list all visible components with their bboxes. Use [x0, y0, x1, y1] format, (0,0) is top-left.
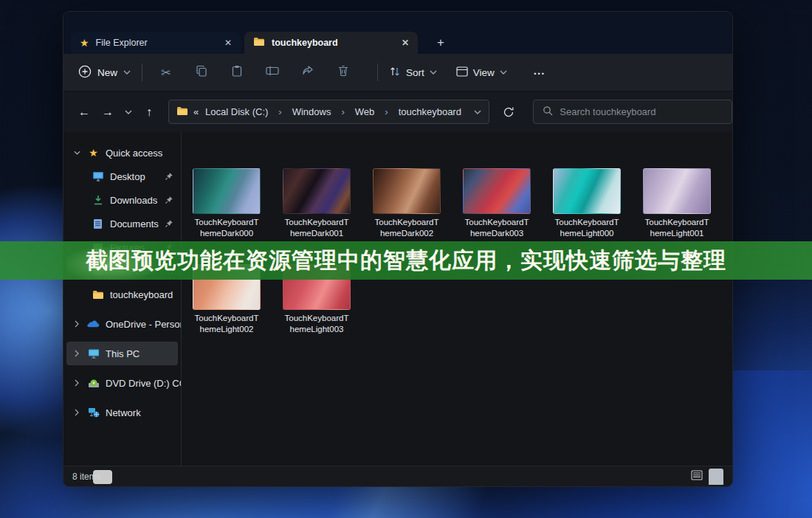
forward-button[interactable]: → [97, 102, 118, 122]
documents-icon [92, 218, 104, 229]
address-dropdown-chevron[interactable] [474, 110, 481, 114]
tab-file-explorer[interactable]: ★ File Explorer ✕ [71, 32, 241, 54]
copy-button[interactable] [189, 61, 214, 83]
more-options-button[interactable]: ... [534, 64, 546, 77]
pin-icon[interactable] [165, 196, 173, 204]
sidebar-item-quick-access[interactable]: ★ Quick access [63, 141, 181, 165]
promo-banner-overlay: 截图预览功能在资源管理中的智慧化应用，实现快速筛选与整理 [0, 241, 812, 280]
close-tab-icon[interactable]: ✕ [224, 38, 232, 48]
address-field[interactable]: « Local Disk (C:) › Windows › Web › touc… [168, 100, 489, 124]
command-bar: New ✂ Sort View ... [63, 54, 732, 91]
refresh-button[interactable] [498, 102, 519, 122]
breadcrumb-segment[interactable]: touchkeyboard [397, 106, 463, 117]
new-button[interactable]: New [78, 65, 131, 80]
file-touchkeyboardthemedark002[interactable]: TouchKeyboardThemeDark002 [362, 168, 452, 239]
sidebar-item-onedrive[interactable]: OneDrive - Personal [63, 312, 181, 336]
rename-icon [266, 66, 279, 79]
sidebar-item-dvd-drive[interactable]: DVD Drive (D:) CCCC [63, 371, 181, 395]
chevron-right-icon[interactable] [72, 379, 81, 387]
star-icon: ★ [80, 38, 89, 48]
sort-button[interactable]: Sort [389, 66, 437, 80]
file-thumbnail [553, 168, 621, 214]
breadcrumb-separator: › [337, 106, 348, 117]
breadcrumb-segment[interactable]: Local Disk (C:) [204, 106, 269, 117]
file-touchkeyboardthemedark003[interactable]: TouchKeyboardThemeDark003 [452, 168, 542, 239]
recent-locations-chevron[interactable] [121, 102, 136, 122]
scissors-icon: ✂ [161, 66, 171, 80]
file-name: hemeDark002 [362, 228, 452, 239]
sidebar-item-label: touchkeyboard [110, 289, 173, 300]
pin-icon[interactable] [165, 172, 173, 181]
paste-button[interactable] [224, 61, 250, 83]
search-input[interactable] [560, 106, 723, 117]
share-button[interactable] [295, 61, 320, 83]
file-touchkeyboardthemelight000[interactable]: TouchKeyboardThemeLight000 [542, 168, 632, 239]
tab-touchkeyboard[interactable]: touchkeyboard ✕ [244, 32, 418, 54]
chevron-down-icon [430, 70, 437, 75]
new-tab-button[interactable]: + [431, 33, 450, 52]
sidebar-item-desktop[interactable]: Desktop [63, 165, 181, 188]
search-icon [543, 106, 553, 119]
banner-text: 截图预览功能在资源管理中的智慧化应用，实现快速筛选与整理 [86, 246, 726, 276]
address-bar-row: ← → ↑ « Local Disk (C:) › Windows › Web … [63, 91, 732, 132]
back-button[interactable]: ← [74, 102, 94, 122]
file-thumbnail [373, 168, 441, 214]
sidebar-item-network[interactable]: Network [63, 401, 181, 424]
chevron-right-icon[interactable] [72, 409, 81, 416]
breadcrumb-separator: › [381, 106, 391, 117]
status-bar: 8 items [63, 466, 732, 486]
file-name: TouchKeyboardT [362, 217, 452, 228]
paste-icon [231, 65, 243, 80]
share-icon [302, 65, 314, 80]
chevron-right-icon[interactable] [72, 350, 81, 357]
trash-icon [338, 65, 348, 80]
sidebar-item-label: DVD Drive (D:) CCCC [106, 378, 181, 389]
breadcrumb-segment[interactable]: Windows [291, 106, 333, 117]
close-tab-icon[interactable]: ✕ [402, 38, 409, 48]
view-icon [456, 66, 468, 79]
cursor-artifact [93, 470, 112, 484]
view-button[interactable]: View [456, 66, 507, 79]
this-pc-icon [87, 348, 100, 359]
file-touchkeyboardthemedark001[interactable]: TouchKeyboardThemeDark001 [272, 168, 362, 239]
sidebar-item-label: Desktop [110, 171, 145, 182]
breadcrumb-overflow[interactable]: « [193, 106, 199, 117]
cut-button[interactable]: ✂ [154, 61, 179, 83]
file-touchkeyboardthemedark000[interactable]: TouchKeyboardThemeDark000 [182, 168, 272, 239]
file-list-area: TouchKeyboardThemeDark000 TouchKeyboardT… [182, 132, 732, 466]
tab-bar: ★ File Explorer ✕ touchkeyboard ✕ + [63, 12, 732, 54]
sidebar-item-label: Documents [110, 218, 159, 229]
sidebar-item-touchkeyboard[interactable]: touchkeyboard [63, 283, 181, 306]
file-name: TouchKeyboardT [632, 217, 722, 228]
file-thumbnail [643, 168, 711, 214]
file-name: hemeDark003 [452, 228, 542, 239]
sidebar-item-downloads[interactable]: Downloads [63, 188, 181, 212]
file-thumbnail [283, 168, 351, 214]
sidebar-item-label: Downloads [110, 195, 157, 206]
toolbar-divider [142, 63, 142, 81]
pin-icon[interactable] [165, 219, 173, 228]
details-view-toggle[interactable] [691, 470, 703, 483]
delete-button[interactable] [331, 61, 356, 83]
sidebar-item-documents[interactable]: Documents [63, 212, 181, 235]
breadcrumb-segment[interactable]: Web [354, 106, 376, 117]
chevron-down-icon[interactable] [72, 151, 81, 155]
tab-label: touchkeyboard [272, 38, 338, 48]
file-name: TouchKeyboardT [182, 313, 272, 324]
up-button[interactable]: ↑ [139, 102, 159, 122]
chevron-down-icon [123, 70, 131, 75]
sidebar-item-this-pc[interactable]: This PC [66, 342, 178, 365]
breadcrumb-separator: › [275, 106, 285, 117]
toolbar-divider [377, 63, 378, 81]
file-touchkeyboardthemelight001[interactable]: TouchKeyboardThemeLight001 [632, 168, 722, 239]
file-name: hemeLight000 [542, 228, 632, 239]
chevron-right-icon[interactable] [72, 320, 81, 328]
search-box[interactable] [533, 100, 732, 124]
sort-button-label: Sort [406, 67, 424, 78]
file-name: TouchKeyboardT [542, 217, 632, 228]
large-thumbnails-view-toggle[interactable] [709, 469, 723, 485]
dvd-drive-icon [87, 379, 100, 388]
rename-button[interactable] [260, 61, 285, 83]
sidebar-item-label: This PC [106, 348, 140, 359]
view-button-label: View [473, 67, 495, 78]
